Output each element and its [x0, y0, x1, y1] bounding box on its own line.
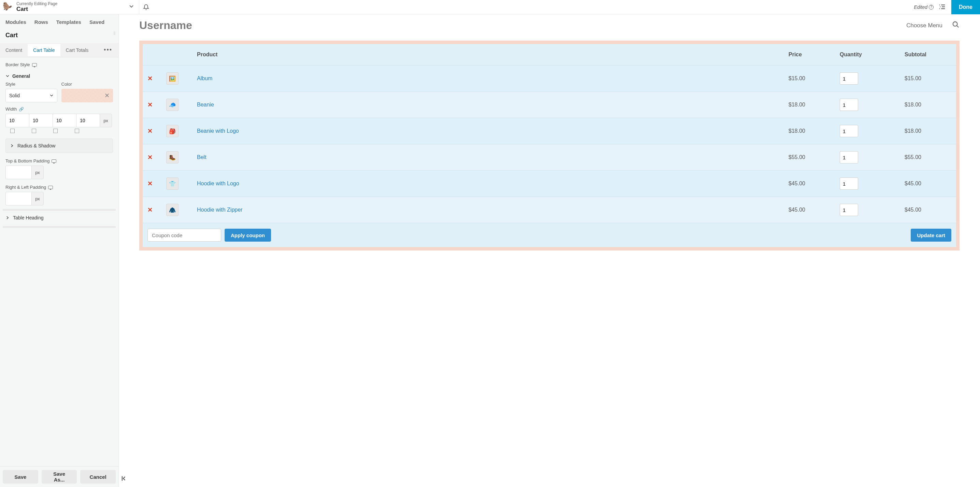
product-price: $15.00	[784, 65, 835, 92]
header-quantity: Quantity	[835, 42, 900, 65]
product-price: $18.00	[784, 118, 835, 144]
page-title: Cart	[16, 6, 57, 13]
clear-color-icon[interactable]: ✕	[105, 92, 110, 99]
help-icon[interactable]: ?	[929, 5, 934, 10]
product-thumbnail[interactable]: 🖼️	[166, 72, 178, 84]
table-row: ✕ 👕 Hoodie with Logo $45.00 $45.00	[141, 170, 958, 197]
rl-padding-unit[interactable]: px	[32, 192, 44, 205]
product-subtotal: $55.00	[900, 144, 958, 170]
tab-templates[interactable]: Templates	[56, 19, 81, 25]
save-as-button[interactable]: Save As...	[41, 470, 77, 484]
quantity-input[interactable]	[840, 177, 858, 190]
width-bottom-input[interactable]	[52, 114, 76, 127]
tb-padding-label: Top & Bottom Padding	[5, 158, 49, 164]
remove-item-icon[interactable]: ✕	[148, 75, 153, 82]
module-title: Cart	[0, 30, 118, 43]
rl-padding-label: Right & Left Padding	[5, 185, 46, 190]
tb-padding-unit[interactable]: px	[32, 166, 44, 179]
search-icon[interactable]	[952, 21, 959, 30]
table-row: ✕ 🖼️ Album $15.00 $15.00	[141, 65, 958, 92]
width-top-input[interactable]	[5, 114, 29, 127]
table-row: ✕ 🧥 Hoodie with Zipper $45.00 $45.00	[141, 197, 958, 223]
remove-item-icon[interactable]: ✕	[148, 207, 153, 213]
cart-table: Product Price Quantity Subtotal ✕ 🖼️ Alb…	[139, 41, 959, 250]
responsive-icon[interactable]	[51, 159, 56, 163]
beaver-logo: 🦫	[3, 2, 13, 12]
more-tabs-icon[interactable]: •••	[98, 43, 118, 57]
product-subtotal: $15.00	[900, 65, 958, 92]
cancel-button[interactable]: Cancel	[80, 470, 116, 484]
outline-icon[interactable]	[939, 3, 947, 11]
product-subtotal: $45.00	[900, 170, 958, 197]
collapse-panel-icon[interactable]	[120, 475, 127, 484]
product-link[interactable]: Hoodie with Logo	[197, 181, 239, 186]
product-price: $45.00	[784, 197, 835, 223]
product-subtotal: $18.00	[900, 92, 958, 118]
product-link[interactable]: Album	[197, 75, 212, 81]
product-price: $45.00	[784, 170, 835, 197]
border-style-label: Border Style	[5, 62, 30, 67]
responsive-icon[interactable]	[48, 186, 53, 189]
width-label: Width	[5, 107, 17, 111]
remove-item-icon[interactable]: ✕	[148, 154, 153, 161]
product-link[interactable]: Beanie with Logo	[197, 128, 239, 134]
section-radius-shadow[interactable]: Radius & Shadow	[5, 138, 113, 153]
quantity-input[interactable]	[840, 151, 858, 164]
drag-handle-icon[interactable]: ⠿⠿	[113, 32, 116, 35]
tb-padding-input[interactable]	[5, 166, 32, 179]
width-right-input[interactable]	[29, 114, 52, 127]
product-thumbnail[interactable]: 🧥	[166, 204, 178, 216]
product-thumbnail[interactable]: 🧢	[166, 99, 178, 111]
style-select[interactable]: Solid	[5, 89, 57, 102]
subtab-content[interactable]: Content	[0, 44, 28, 56]
svg-point-7	[953, 22, 958, 26]
header-subtotal: Subtotal	[900, 42, 958, 65]
color-picker[interactable]: ✕	[62, 89, 113, 102]
choose-menu-link[interactable]: Choose Menu	[906, 22, 942, 29]
color-label: Color	[62, 81, 72, 87]
subtab-cart-table[interactable]: Cart Table	[28, 44, 60, 56]
update-cart-button[interactable]: Update cart	[911, 229, 951, 242]
tab-rows[interactable]: Rows	[35, 19, 48, 25]
tab-modules[interactable]: Modules	[5, 19, 26, 25]
side-top-icon	[10, 129, 15, 133]
product-link[interactable]: Belt	[197, 154, 207, 160]
product-thumbnail[interactable]: 🥾	[166, 151, 178, 164]
chevron-down-icon[interactable]	[127, 2, 136, 13]
width-unit[interactable]: px	[100, 114, 112, 127]
link-values-icon[interactable]: 🔗	[19, 107, 24, 111]
rl-padding-input[interactable]	[5, 192, 32, 205]
quantity-input[interactable]	[840, 99, 858, 111]
coupon-input[interactable]	[148, 229, 221, 242]
side-bottom-icon	[53, 129, 58, 133]
editing-context-label: Currently Editing Page	[16, 2, 57, 6]
product-thumbnail[interactable]: 👕	[166, 177, 178, 190]
quantity-input[interactable]	[840, 204, 858, 216]
width-left-input[interactable]	[76, 114, 100, 127]
apply-coupon-button[interactable]: Apply coupon	[224, 229, 271, 242]
table-row: ✕ 🧢 Beanie $18.00 $18.00	[141, 92, 958, 118]
side-right-icon	[32, 129, 36, 133]
quantity-input[interactable]	[840, 125, 858, 137]
product-price: $18.00	[784, 92, 835, 118]
remove-item-icon[interactable]: ✕	[148, 180, 153, 187]
edited-indicator: Edited ?	[914, 5, 934, 10]
header-product: Product	[192, 42, 784, 65]
save-button[interactable]: Save	[3, 470, 38, 484]
remove-item-icon[interactable]: ✕	[148, 127, 153, 134]
quantity-input[interactable]	[840, 72, 858, 84]
section-general[interactable]: General	[3, 71, 116, 81]
side-left-icon	[75, 129, 79, 133]
product-link[interactable]: Beanie	[197, 102, 214, 108]
tab-saved[interactable]: Saved	[89, 19, 105, 25]
subtab-cart-totals[interactable]: Cart Totals	[60, 44, 94, 56]
done-button[interactable]: Done	[951, 0, 980, 14]
style-label: Style	[5, 81, 15, 87]
product-link[interactable]: Hoodie with Zipper	[197, 207, 242, 213]
table-row: ✕ 🎒 Beanie with Logo $18.00 $18.00	[141, 118, 958, 144]
section-table-heading[interactable]: Table Heading	[3, 211, 116, 224]
product-thumbnail[interactable]: 🎒	[166, 125, 178, 137]
notifications-icon[interactable]	[139, 4, 153, 10]
remove-item-icon[interactable]: ✕	[148, 101, 153, 108]
responsive-icon[interactable]	[32, 63, 37, 67]
